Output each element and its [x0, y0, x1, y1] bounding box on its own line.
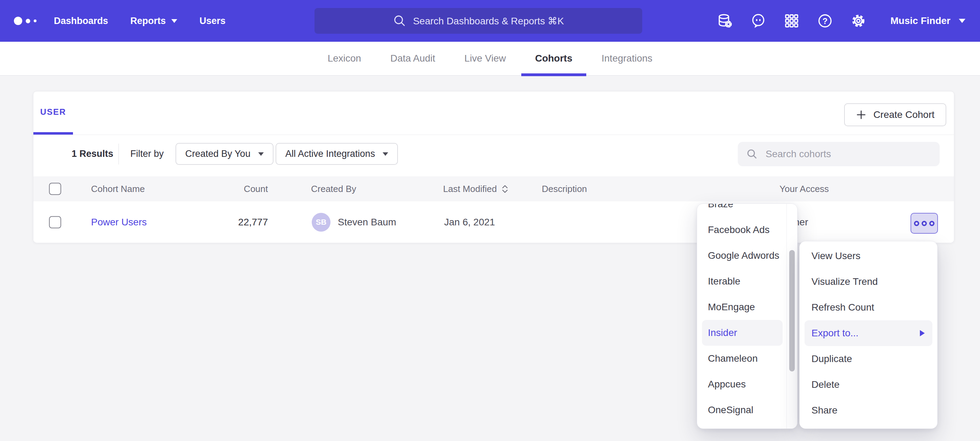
context-menu-item-label: Duplicate: [811, 353, 852, 364]
feedback-icon[interactable]: [750, 13, 766, 29]
context-menu-item[interactable]: Refresh Count: [805, 295, 932, 320]
sort-icon: [501, 184, 509, 193]
global-search-placeholder: Search Dashboards & Reports ⌘K: [413, 15, 564, 27]
export-submenu-item-label: OneSignal: [708, 404, 753, 415]
nav-item[interactable]: Reports: [130, 16, 177, 26]
section-tab[interactable]: Cohorts: [535, 42, 572, 75]
avatar: SB: [312, 213, 331, 232]
top-nav: Dashboards Reports Users Search Das: [0, 0, 980, 42]
nav-item[interactable]: Dashboards: [54, 16, 108, 26]
plus-icon: [856, 110, 866, 120]
nav-right-cluster: ? Music Finder: [708, 0, 980, 42]
integrations-filter-dropdown[interactable]: All Active Integrations: [275, 143, 398, 165]
export-submenu-item[interactable]: Braze: [702, 203, 783, 217]
table-header: Cohort Name Count Created By Last Modifi…: [33, 176, 954, 201]
export-submenu-list: Braze Facebook Ads Google Adwords Iterab…: [697, 203, 797, 423]
column-created-by: Created By: [311, 184, 356, 195]
ellipsis-dot: [922, 221, 927, 226]
export-submenu-item[interactable]: Appcues: [702, 371, 783, 397]
export-submenu-item[interactable]: Google Adwords: [702, 243, 783, 268]
section-tab[interactable]: Integrations: [601, 42, 652, 75]
created-by-filter-value: Created By You: [185, 149, 251, 159]
logo-dot-small: [34, 19, 37, 22]
context-menu-item[interactable]: Delete: [805, 372, 932, 398]
export-submenu-item-label: Iterable: [708, 276, 740, 287]
card-divider: [33, 134, 954, 135]
submenu-scrollbar-thumb[interactable]: [789, 250, 795, 371]
search-icon: [746, 148, 758, 160]
last-modified-value: Jan 6, 2021: [444, 217, 495, 228]
context-menu-item[interactable]: Duplicate: [805, 346, 932, 372]
column-count: Count: [214, 184, 268, 195]
cohort-type-tab-user[interactable]: USER: [33, 91, 73, 134]
context-menu-item[interactable]: Share: [805, 398, 932, 423]
section-tabbar: Lexicon Data Audit Live View Cohorts Int…: [0, 42, 980, 76]
context-menu-item[interactable]: Visualize Trend: [805, 269, 932, 295]
column-cohort-name: Cohort Name: [91, 184, 145, 195]
export-submenu-item[interactable]: Iterable: [702, 268, 783, 294]
section-tab-label: Cohorts: [535, 53, 572, 64]
export-submenu-item[interactable]: MoEngage: [702, 294, 783, 320]
context-menu-item-label: Refresh Count: [811, 302, 874, 313]
export-submenu-item[interactable]: Insider: [702, 320, 783, 346]
create-cohort-label: Create Cohort: [873, 109, 934, 120]
column-last-modified[interactable]: Last Modified: [443, 184, 509, 195]
chevron-down-icon: [383, 152, 388, 156]
nav-item[interactable]: Users: [199, 16, 226, 26]
cohorts-card: USER Create Cohort 1 Results Filter by C…: [33, 91, 954, 243]
context-menu-item[interactable]: View Users: [805, 243, 932, 269]
section-tab-label: Data Audit: [390, 53, 435, 64]
help-icon[interactable]: ?: [817, 13, 833, 29]
submenu-scrollbar-track: [786, 204, 797, 428]
cohort-count: 22,777: [214, 217, 268, 228]
export-submenu-item[interactable]: Chameleon: [702, 346, 783, 371]
global-search-bar[interactable]: Search Dashboards & Reports ⌘K: [315, 8, 642, 34]
filter-row-divider: [118, 144, 119, 165]
context-menu-item-label: View Users: [811, 251, 861, 262]
column-your-access: Your Access: [780, 184, 829, 195]
export-submenu-item-label: Appcues: [708, 379, 746, 390]
export-submenu-item-label: Braze: [708, 203, 733, 210]
select-all-checkbox[interactable]: [49, 183, 61, 195]
search-icon: [393, 14, 407, 28]
mixpanel-logo[interactable]: [14, 0, 37, 42]
created-by-value: Steven Baum: [338, 217, 396, 228]
nav-item-label: Reports: [130, 16, 166, 26]
created-by-filter-dropdown[interactable]: Created By You: [175, 143, 274, 165]
context-menu-item[interactable]: Export to...: [805, 320, 932, 346]
column-description: Description: [542, 184, 587, 195]
section-tab[interactable]: Lexicon: [328, 42, 361, 75]
filter-by-label: Filter by: [130, 149, 164, 159]
section-tab-label: Lexicon: [328, 53, 361, 64]
export-submenu-item[interactable]: OneSignal: [702, 397, 783, 423]
export-submenu: Braze Facebook Ads Google Adwords Iterab…: [697, 203, 797, 429]
project-name: Music Finder: [890, 15, 950, 26]
export-submenu-item-label: Insider: [708, 327, 737, 339]
results-count: 1 Results: [72, 149, 113, 159]
context-menu-item-label: Delete: [811, 379, 840, 390]
submenu-arrow-icon: [920, 330, 925, 336]
row-checkbox[interactable]: [49, 216, 61, 228]
settings-gear-icon[interactable]: [850, 13, 866, 29]
cohort-search-input[interactable]: [765, 148, 931, 160]
data-management-icon[interactable]: [717, 13, 733, 29]
section-tab-label: Live View: [464, 53, 506, 64]
section-tab[interactable]: Data Audit: [390, 42, 435, 75]
cohort-name-link[interactable]: Power Users: [91, 217, 146, 228]
table-row: Power Users 22,777 SB Steven Baum Jan 6,…: [33, 201, 954, 243]
project-switcher[interactable]: Music Finder: [890, 15, 966, 26]
chevron-down-icon: [258, 152, 264, 156]
column-last-modified-label: Last Modified: [443, 184, 497, 195]
context-menu-item-label: Export to...: [811, 328, 858, 339]
logo-dot-medium: [26, 19, 30, 23]
export-submenu-item[interactable]: Facebook Ads: [702, 217, 783, 243]
context-menu-item-label: Share: [811, 405, 837, 416]
export-submenu-item-label: Facebook Ads: [708, 224, 769, 235]
row-context-menu: View Users Visualize Trend Refresh Count…: [799, 241, 938, 429]
apps-grid-icon[interactable]: [784, 13, 800, 29]
create-cohort-button[interactable]: Create Cohort: [844, 103, 946, 126]
section-tab[interactable]: Live View: [464, 42, 506, 75]
row-more-options-button[interactable]: [910, 213, 938, 234]
nav-item-label: Dashboards: [54, 16, 108, 26]
logo-dot-large: [14, 17, 22, 25]
